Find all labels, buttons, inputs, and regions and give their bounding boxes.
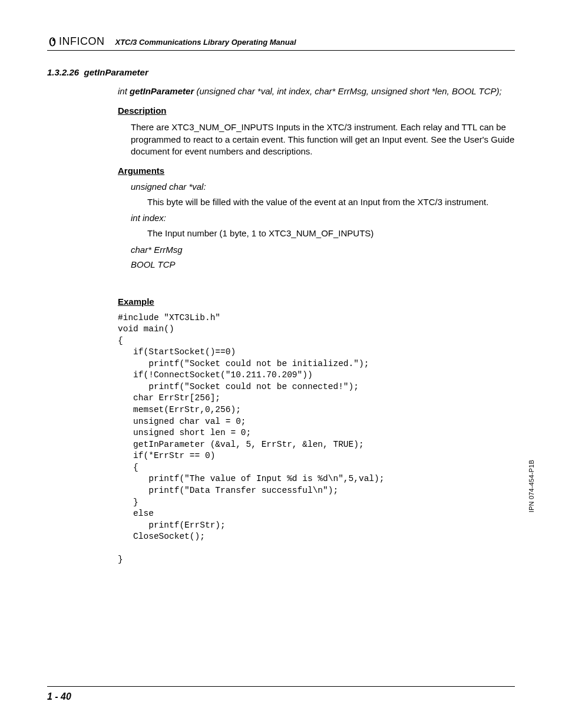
brand-text: INFICON — [59, 35, 105, 48]
function-params: (unsigned char *val, int index, char* Er… — [194, 86, 501, 96]
argument-description: The Input number (1 byte, 1 to XTC3_NUM_… — [147, 228, 515, 239]
example-code: #include "XTC3Lib.h" void main() { if(St… — [118, 312, 515, 566]
description-heading: Description — [118, 106, 515, 116]
manual-title: XTC/3 Communications Library Operating M… — [115, 38, 296, 48]
page-header: INFICON XTC/3 Communications Library Ope… — [47, 35, 515, 51]
content-block: int getInParameter (unsigned char *val, … — [118, 85, 515, 566]
argument-name: BOOL TCP — [131, 259, 515, 269]
page-number: 1 - 40 — [47, 691, 71, 701]
example-heading: Example — [118, 297, 515, 307]
description-text: There are XTC3_NUM_OF_INPUTS Inputs in t… — [131, 121, 515, 157]
section-heading: 1.3.2.26 getInParameter — [47, 67, 515, 77]
argument-name: char* ErrMsg — [131, 245, 515, 255]
argument-name: int index: — [131, 213, 515, 223]
function-signature: int getInParameter (unsigned char *val, … — [118, 85, 515, 97]
argument-description: This byte will be filled with the value … — [147, 196, 515, 208]
side-label: IPN 074-454-P1B — [528, 460, 535, 512]
function-name: getInParameter — [130, 86, 194, 96]
arguments-heading: Arguments — [118, 166, 515, 176]
svg-point-0 — [52, 39, 54, 41]
section-number: 1.3.2.26 — [47, 67, 79, 77]
inficon-logo-icon — [47, 37, 58, 47]
argument-name: unsigned char *val: — [131, 182, 515, 192]
page-container: INFICON XTC/3 Communications Library Ope… — [0, 0, 562, 728]
brand-logo: INFICON — [47, 35, 105, 48]
spacer — [118, 274, 515, 288]
page-footer: 1 - 40 — [47, 686, 515, 702]
section-title: getInParameter — [84, 67, 148, 77]
return-type: int — [118, 86, 130, 96]
